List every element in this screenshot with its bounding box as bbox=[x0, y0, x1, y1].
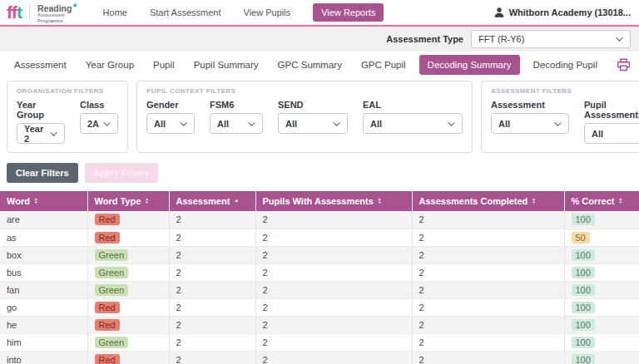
tab-decoding-summary[interactable]: Decoding Summary bbox=[419, 55, 520, 75]
chevron-down-icon bbox=[50, 129, 57, 135]
assessments-completed-cell: 2 bbox=[412, 281, 564, 298]
word-type-badge: Red bbox=[95, 319, 120, 331]
tab-pupil[interactable]: Pupil bbox=[147, 55, 181, 75]
nav-item-view-pupils[interactable]: View Pupils bbox=[244, 7, 291, 17]
nav-item-view-reports[interactable]: View Reports bbox=[313, 3, 384, 22]
tab-year-group[interactable]: Year Group bbox=[80, 55, 140, 75]
fsm6-field: FSM6 All bbox=[210, 100, 263, 134]
pct-correct-badge: 100 bbox=[572, 267, 595, 278]
eal-field: EAL All bbox=[363, 100, 463, 134]
word-type-badge: Green bbox=[95, 284, 129, 296]
word-cell: box bbox=[0, 246, 87, 263]
top-bar: fft Reading★ Assessment Programme Home S… bbox=[0, 0, 639, 27]
tab-decoding-pupil[interactable]: Decoding Pupil bbox=[528, 55, 603, 75]
nav-item-start-assessment[interactable]: Start Assessment bbox=[150, 7, 221, 17]
pct-correct-badge: 100 bbox=[572, 319, 595, 331]
apply-filters-button[interactable]: Apply Filters bbox=[85, 163, 159, 183]
column-header-word[interactable]: Word▲▼ bbox=[0, 191, 87, 211]
pupil-assessments-field: Pupil Assessments All bbox=[584, 100, 639, 144]
pct-correct-cell: 100 bbox=[564, 333, 639, 351]
year-group-select[interactable]: Year 2 bbox=[17, 123, 65, 144]
sort-asc-icon: ▲ bbox=[234, 198, 239, 203]
product-sub-line2: Programme bbox=[37, 18, 78, 24]
fsm6-select[interactable]: All bbox=[210, 113, 263, 134]
word-cell: he bbox=[0, 316, 87, 333]
assessment-type-label: Assessment Type bbox=[386, 34, 463, 44]
tab-pupil-summary[interactable]: Pupil Summary bbox=[188, 55, 265, 75]
sort-icon: ▲▼ bbox=[618, 198, 622, 204]
column-label: Assessments Completed bbox=[419, 196, 528, 206]
pct-correct-cell: 100 bbox=[564, 281, 639, 298]
assessment-cell: 2 bbox=[169, 298, 255, 316]
field-label: EAL bbox=[363, 100, 463, 110]
assessment-select[interactable]: All bbox=[491, 113, 569, 134]
send-select[interactable]: All bbox=[278, 113, 348, 134]
table-body: areRed222100asRed22250boxGreen222100busG… bbox=[0, 211, 639, 364]
assessments-completed-cell: 2 bbox=[412, 316, 564, 333]
clear-filters-button[interactable]: Clear Filters bbox=[7, 163, 78, 183]
word-type-cell: Red bbox=[87, 298, 169, 316]
assessment-type-select[interactable]: FFT (R-Y6) bbox=[471, 30, 631, 48]
field-label: FSM6 bbox=[210, 100, 263, 110]
sort-icon: ▲▼ bbox=[34, 198, 37, 204]
pct-correct-cell: 50 bbox=[564, 229, 639, 246]
pupil-context-filters-panel: PUPIL CONTEXT FILTERS Gender All FSM6 Al… bbox=[136, 81, 473, 153]
pupils-with-assessments-cell: 2 bbox=[255, 298, 412, 316]
pct-correct-badge: 100 bbox=[572, 354, 595, 364]
pct-correct-badge: 100 bbox=[572, 337, 595, 348]
gender-select[interactable]: All bbox=[146, 113, 195, 134]
account-name: Whitborn Academy (13018... bbox=[509, 7, 631, 17]
pupils-with-assessments-cell: 2 bbox=[255, 229, 412, 246]
filters-row: ORGANISATION FILTERS Year Group Year 2 C… bbox=[0, 78, 639, 158]
table-row: goRed222100 bbox=[0, 298, 639, 316]
pupils-with-assessments-cell: 2 bbox=[255, 333, 412, 351]
table-row: himGreen222100 bbox=[0, 333, 639, 351]
select-value: 2A bbox=[87, 119, 99, 129]
table-row: areRed222100 bbox=[0, 211, 639, 229]
assessment-cell: 2 bbox=[169, 229, 255, 246]
tab-gpc-summary[interactable]: GPC Summary bbox=[272, 55, 348, 75]
product-sub-line1: Assessment bbox=[37, 12, 78, 18]
assessments-completed-cell: 2 bbox=[412, 229, 564, 246]
assessments-completed-cell: 2 bbox=[412, 211, 564, 229]
pupils-with-assessments-cell: 2 bbox=[255, 316, 412, 333]
table-row: busGreen222100 bbox=[0, 263, 639, 281]
column-header-pupils-with-assessments[interactable]: Pupils With Assessments▲▼ bbox=[255, 191, 412, 211]
word-type-badge: Green bbox=[95, 267, 129, 278]
column-label: Pupils With Assessments bbox=[263, 196, 374, 206]
assessment-type-bar: Assessment Type FFT (R-Y6) bbox=[0, 27, 639, 52]
year-group-field: Year Group Year 2 bbox=[17, 100, 65, 144]
panel-title: ORGANISATION FILTERS bbox=[17, 87, 118, 95]
sort-icon: ▲▼ bbox=[145, 198, 148, 204]
tab-gpc-pupil[interactable]: GPC Pupil bbox=[355, 55, 412, 75]
send-field: SEND All bbox=[278, 100, 348, 134]
pct-correct-cell: 100 bbox=[564, 263, 639, 281]
word-type-cell: Red bbox=[87, 351, 169, 364]
assessment-cell: 2 bbox=[169, 211, 255, 229]
print-button[interactable] bbox=[617, 58, 631, 71]
class-select[interactable]: 2A bbox=[80, 113, 118, 134]
pct-correct-badge: 100 bbox=[572, 302, 595, 313]
printer-icon bbox=[617, 58, 631, 71]
pct-correct-badge: 100 bbox=[572, 284, 595, 296]
column-header-pct-correct[interactable]: % Correct▲▼ bbox=[564, 191, 639, 211]
column-header-word-type[interactable]: Word Type▲▼ bbox=[87, 191, 169, 211]
pct-correct-cell: 100 bbox=[564, 298, 639, 316]
fft-logo[interactable]: fft bbox=[7, 3, 22, 22]
column-header-assessment[interactable]: Assessment▲ bbox=[169, 191, 255, 211]
column-header-assessments-completed[interactable]: Assessments Completed▲▼ bbox=[412, 191, 564, 211]
account-menu[interactable]: Whitborn Academy (13018... bbox=[493, 7, 631, 18]
select-value: All bbox=[217, 119, 229, 129]
chevron-down-icon bbox=[248, 119, 255, 125]
nav-item-home[interactable]: Home bbox=[103, 7, 127, 17]
pupil-assessments-select[interactable]: All bbox=[584, 123, 639, 144]
pupils-with-assessments-cell: 2 bbox=[255, 211, 412, 229]
product-name: Reading bbox=[37, 2, 72, 12]
logo-letter: t bbox=[17, 2, 22, 22]
select-value: All bbox=[285, 119, 297, 129]
assessment-cell: 2 bbox=[169, 281, 255, 298]
pct-correct-cell: 100 bbox=[564, 351, 639, 364]
table-row: intoRed222100 bbox=[0, 351, 639, 364]
tab-assessment[interactable]: Assessment bbox=[8, 55, 72, 75]
eal-select[interactable]: All bbox=[363, 113, 463, 134]
